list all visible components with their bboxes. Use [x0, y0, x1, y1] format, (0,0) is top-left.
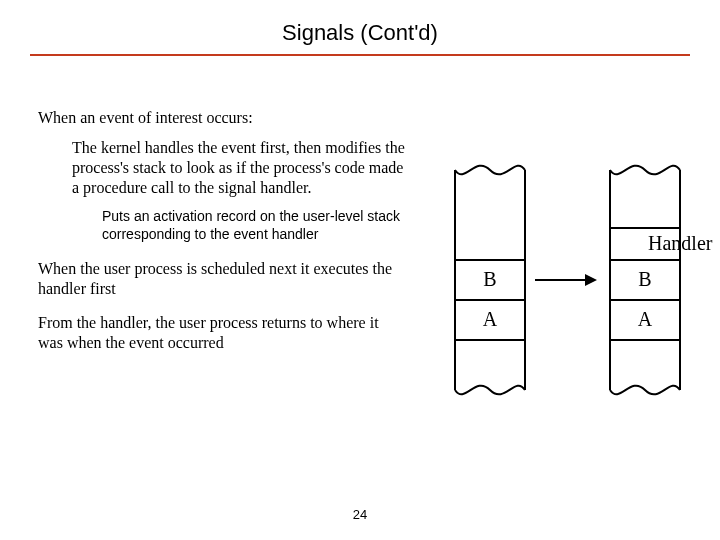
- note-activation-record: Puts an activation record on the user-le…: [102, 208, 422, 243]
- body-content: When an event of interest occurs: The ke…: [38, 108, 438, 367]
- title-rule: [30, 54, 690, 56]
- right-cell-a: A: [638, 308, 653, 330]
- intro-line: When an event of interest occurs:: [38, 108, 438, 128]
- right-cell-b: B: [638, 268, 651, 290]
- left-cell-a: A: [483, 308, 498, 330]
- right-cell-handler: Handler: [648, 232, 713, 254]
- stack-svg: B A Handler B A: [430, 160, 710, 440]
- arrow-icon: [535, 274, 597, 286]
- paragraph-kernel: The kernel handles the event first, then…: [72, 138, 412, 198]
- slide-title: Signals (Cont'd): [0, 0, 720, 46]
- left-stack: B A: [455, 166, 525, 395]
- stack-diagram: B A Handler B A: [430, 160, 710, 440]
- page-number: 24: [0, 507, 720, 522]
- left-cell-b: B: [483, 268, 496, 290]
- svg-marker-6: [585, 274, 597, 286]
- paragraph-return: From the handler, the user process retur…: [38, 313, 398, 353]
- right-stack: Handler B A: [610, 166, 713, 395]
- paragraph-scheduled: When the user process is scheduled next …: [38, 259, 398, 299]
